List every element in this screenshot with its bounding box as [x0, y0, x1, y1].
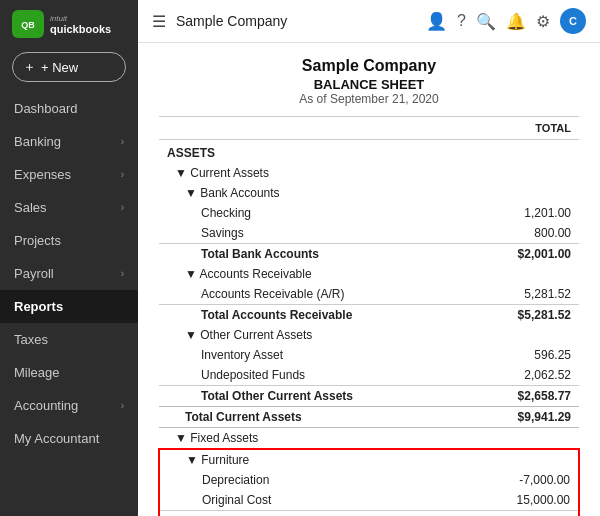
- row-label: Total Accounts Receivable: [159, 305, 469, 326]
- row-amount: [469, 163, 579, 183]
- search-icon[interactable]: 🔍: [476, 12, 496, 31]
- row-amount: 800.00: [469, 223, 579, 244]
- svg-text:QB: QB: [21, 20, 35, 30]
- sidebar-item-sales[interactable]: Sales ›: [0, 191, 138, 224]
- row-label: Inventory Asset: [159, 345, 469, 365]
- table-row: Original Cost15,000.00: [159, 490, 579, 511]
- table-row: Savings800.00: [159, 223, 579, 244]
- chevron-right-icon: ›: [121, 136, 124, 147]
- row-label: ▼ Accounts Receivable: [159, 264, 469, 284]
- sidebar-item-mileage[interactable]: Mileage: [0, 356, 138, 389]
- sidebar-item-taxes[interactable]: Taxes: [0, 323, 138, 356]
- table-row: Total Bank Accounts$2,001.00: [159, 244, 579, 265]
- row-label: ▼ Current Assets: [159, 163, 469, 183]
- table-row: ▼ Bank Accounts: [159, 183, 579, 203]
- row-amount: 596.25: [469, 345, 579, 365]
- topbar-icons: 👤 ? 🔍 🔔 ⚙ C: [426, 8, 586, 34]
- table-row: Total Other Current Assets$2,658.77: [159, 386, 579, 407]
- row-amount: 15,000.00: [469, 490, 579, 511]
- row-amount: 5,281.52: [469, 284, 579, 305]
- row-amount: [469, 140, 579, 164]
- table-row: ▼ Furniture: [159, 449, 579, 470]
- table-row: Accounts Receivable (A/R)5,281.52: [159, 284, 579, 305]
- topbar-title: Sample Company: [176, 13, 416, 29]
- table-row: ASSETS: [159, 140, 579, 164]
- row-label: Total Current Assets: [159, 407, 469, 428]
- logo-intuit: intuit: [50, 14, 111, 23]
- row-amount: -7,000.00: [469, 470, 579, 490]
- report-type: BALANCE SHEET: [158, 77, 580, 92]
- main-content: ☰ Sample Company 👤 ? 🔍 🔔 ⚙ C Sample Comp…: [138, 0, 600, 516]
- logo-icon: QB: [12, 10, 44, 38]
- report-date: As of September 21, 2020: [158, 92, 580, 106]
- table-row: Total Current Assets$9,941.29: [159, 407, 579, 428]
- chevron-right-icon: ›: [121, 400, 124, 411]
- row-label: Total Furniture: [159, 511, 469, 517]
- row-label: Original Cost: [159, 490, 469, 511]
- logo: QB intuit quickbooks: [0, 0, 138, 46]
- row-amount: $2,658.77: [469, 386, 579, 407]
- chevron-right-icon: ›: [121, 169, 124, 180]
- table-row: ▼ Other Current Assets: [159, 325, 579, 345]
- new-button[interactable]: ＋ + New: [12, 52, 126, 82]
- table-header-row: TOTAL: [159, 117, 579, 140]
- row-amount: $2,001.00: [469, 244, 579, 265]
- row-amount: [469, 264, 579, 284]
- profile-icon[interactable]: 👤: [426, 11, 447, 32]
- row-label: Accounts Receivable (A/R): [159, 284, 469, 305]
- row-label: ▼ Fixed Assets: [159, 428, 469, 450]
- user-avatar[interactable]: C: [560, 8, 586, 34]
- table-row: Undeposited Funds2,062.52: [159, 365, 579, 386]
- col-label-header: [159, 117, 469, 140]
- row-amount: [469, 325, 579, 345]
- report-company: Sample Company: [158, 57, 580, 75]
- chevron-right-icon: ›: [121, 202, 124, 213]
- row-label: Savings: [159, 223, 469, 244]
- chevron-right-icon: ›: [121, 268, 124, 279]
- sidebar-item-projects[interactable]: Projects: [0, 224, 138, 257]
- sidebar-item-reports[interactable]: Reports: [0, 290, 138, 323]
- row-amount: [469, 428, 579, 450]
- help-icon[interactable]: ?: [457, 12, 466, 30]
- row-label: Total Other Current Assets: [159, 386, 469, 407]
- sidebar-item-my-accountant[interactable]: My Accountant: [0, 422, 138, 455]
- row-label: Checking: [159, 203, 469, 223]
- row-label: ASSETS: [159, 140, 469, 164]
- table-row: Depreciation-7,000.00: [159, 470, 579, 490]
- sidebar-item-banking[interactable]: Banking ›: [0, 125, 138, 158]
- row-amount: $5,281.52: [469, 305, 579, 326]
- sidebar-nav: Dashboard Banking › Expenses › Sales › P…: [0, 92, 138, 455]
- plus-icon: ＋: [23, 58, 36, 76]
- topbar: ☰ Sample Company 👤 ? 🔍 🔔 ⚙ C: [138, 0, 600, 43]
- logo-quickbooks: quickbooks: [50, 23, 111, 35]
- row-label: ▼ Other Current Assets: [159, 325, 469, 345]
- sidebar-item-dashboard[interactable]: Dashboard: [0, 92, 138, 125]
- col-total-header: TOTAL: [469, 117, 579, 140]
- notifications-icon[interactable]: 🔔: [506, 12, 526, 31]
- row-label: Undeposited Funds: [159, 365, 469, 386]
- row-amount: 2,062.52: [469, 365, 579, 386]
- sidebar-item-payroll[interactable]: Payroll ›: [0, 257, 138, 290]
- table-row: ▼ Accounts Receivable: [159, 264, 579, 284]
- row-amount: [469, 449, 579, 470]
- row-amount: $9,941.29: [469, 407, 579, 428]
- table-row: ▼ Fixed Assets: [159, 428, 579, 450]
- row-amount: [469, 183, 579, 203]
- row-amount: 8,000.00: [469, 511, 579, 517]
- report-area: Sample Company BALANCE SHEET As of Septe…: [138, 43, 600, 516]
- row-amount: 1,201.00: [469, 203, 579, 223]
- row-label: Depreciation: [159, 470, 469, 490]
- table-row: ▼ Current Assets: [159, 163, 579, 183]
- settings-icon[interactable]: ⚙: [536, 12, 550, 31]
- sidebar: QB intuit quickbooks ＋ + New Dashboard B…: [0, 0, 138, 516]
- sidebar-item-accounting[interactable]: Accounting ›: [0, 389, 138, 422]
- balance-sheet-table: TOTAL ASSETS▼ Current Assets▼ Bank Accou…: [158, 116, 580, 516]
- table-row: Checking1,201.00: [159, 203, 579, 223]
- table-row: Total Accounts Receivable$5,281.52: [159, 305, 579, 326]
- menu-button[interactable]: ☰: [152, 12, 166, 31]
- row-label: ▼ Furniture: [159, 449, 469, 470]
- sidebar-item-expenses[interactable]: Expenses ›: [0, 158, 138, 191]
- row-label: ▼ Bank Accounts: [159, 183, 469, 203]
- table-row: Inventory Asset596.25: [159, 345, 579, 365]
- row-label: Total Bank Accounts: [159, 244, 469, 265]
